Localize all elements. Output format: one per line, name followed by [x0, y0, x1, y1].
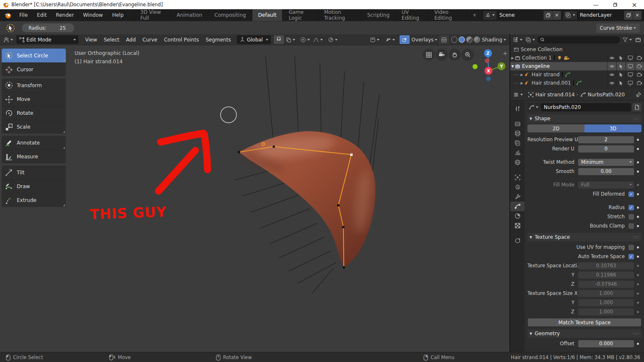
tab-3d-view-full[interactable]: 3D View Full [134, 9, 170, 21]
viewport-visibility-monitor-icon[interactable] [626, 62, 635, 70]
render-layer-delete-button[interactable]: × [633, 11, 641, 20]
animate-dot[interactable] [637, 256, 639, 258]
menu-select[interactable]: Select [100, 37, 122, 43]
minimize-button[interactable]: — [586, 0, 605, 9]
tool-cursor[interactable]: Cursor [2, 62, 66, 76]
menu-curve[interactable]: Curve [139, 37, 161, 43]
texture-location-z-field[interactable]: -0.07946 [578, 281, 634, 288]
panel-drag-dots[interactable]: ∷∷ [633, 235, 639, 240]
scene-delete-button[interactable]: × [552, 11, 561, 20]
expand-arrow-icon[interactable]: ▶ [519, 73, 524, 77]
animate-dot[interactable] [637, 148, 639, 150]
animate-dot[interactable] [637, 292, 639, 295]
tool-tilt[interactable]: Tilt [2, 165, 66, 179]
fill-mode-dropdown[interactable]: Full [578, 181, 634, 189]
tab-view-layer[interactable] [510, 138, 525, 148]
menu-segments[interactable]: Segments [202, 37, 234, 43]
tool-extrude[interactable]: Extrude [2, 193, 66, 207]
radius-checkbox[interactable]: ✓ [628, 205, 634, 210]
smooth-field[interactable]: 0.00 [578, 168, 634, 175]
render-visibility-camera-icon[interactable] [635, 70, 644, 79]
datablock-browse-button[interactable] [527, 103, 540, 111]
animate-dot[interactable] [637, 246, 639, 248]
hide-eye-icon[interactable] [607, 79, 616, 87]
pin-id-button[interactable] [636, 92, 641, 98]
menu-view[interactable]: View [82, 37, 100, 43]
render-u-field[interactable]: 0 [578, 145, 634, 153]
animate-dot[interactable] [637, 343, 639, 345]
falloff-dropdown[interactable] [312, 35, 325, 44]
tab-tool[interactable] [510, 104, 525, 114]
auto-texture-space-checkbox[interactable]: ✓ [628, 254, 634, 259]
expand-arrow-icon[interactable]: ▶ [510, 56, 515, 60]
shading-wireframe-button[interactable] [451, 36, 457, 43]
bounds-clamp-checkbox[interactable] [628, 223, 634, 229]
hide-eye-icon[interactable] [607, 54, 616, 62]
animate-dot[interactable] [637, 311, 639, 313]
tab-compositing[interactable]: Compositing [208, 9, 252, 21]
tab-object-data[interactable] [510, 202, 525, 211]
texture-location-y-field[interactable]: 0.11986 [578, 272, 634, 279]
stretch-checkbox[interactable] [628, 214, 634, 220]
texture-size-x-field[interactable]: 1.000 [578, 290, 634, 297]
hair-strand-mesh[interactable] [237, 131, 375, 267]
gizmos-toggle-button[interactable] [400, 35, 410, 44]
animate-dot[interactable] [637, 193, 639, 195]
tab-texture[interactable] [510, 221, 525, 230]
tab-scripting[interactable]: Scripting [361, 9, 395, 21]
tab-uv-editing[interactable]: UV Editing [395, 9, 428, 21]
texture-size-z-field[interactable]: 1.000 [578, 308, 634, 315]
selectable-arrow-icon[interactable] [616, 79, 626, 87]
hide-eye-icon[interactable] [607, 70, 616, 79]
xray-toggle-button[interactable] [439, 35, 449, 44]
tool-measure[interactable]: Measure [2, 150, 66, 163]
panel-drag-dots[interactable]: ∷∷ [633, 331, 639, 336]
curve-stroke-dropdown[interactable]: Curve Stroke [596, 23, 640, 33]
panel-drag-dots[interactable]: ∷∷ [633, 116, 639, 121]
shading-rendered-button[interactable] [474, 36, 480, 43]
snap-toggle-button[interactable] [274, 35, 284, 44]
shading-dropdown[interactable]: Shading [480, 35, 508, 44]
scene-name[interactable]: Scene [496, 11, 543, 20]
tab-world[interactable] [510, 158, 525, 167]
outliner-row-hair-strand[interactable]: ▶ Hair strand [510, 70, 644, 79]
tool-draw[interactable]: Draw [2, 179, 66, 193]
properties-editor-type-button[interactable] [512, 90, 525, 99]
outliner-row-collection-1[interactable]: ▶ Collection 1 [510, 54, 644, 62]
viewport-canvas[interactable] [0, 45, 509, 352]
view-object-types-dropdown[interactable] [368, 35, 381, 44]
outliner-row-hair-strand-001[interactable]: ▶ Hair strand.001 [510, 79, 644, 87]
scene-browse-button[interactable] [483, 11, 496, 20]
animate-dot[interactable] [637, 171, 639, 173]
tool-transform[interactable]: Transform [2, 78, 66, 92]
resolution-preview-field[interactable]: 2 [578, 136, 634, 143]
menu-edit[interactable]: Edit [32, 9, 51, 21]
render-layer-name[interactable]: RenderLayer [577, 11, 624, 20]
animate-dot[interactable] [637, 161, 639, 163]
expand-arrow-icon[interactable]: ▶ [519, 81, 524, 85]
viewport-visibility-monitor-icon[interactable] [626, 79, 635, 87]
breadcrumb-data[interactable]: NurbsPath.020 [588, 92, 625, 98]
mode-dropdown[interactable]: Edit Mode [16, 35, 78, 44]
menu-help[interactable]: Help [107, 9, 128, 21]
maximize-button[interactable] [605, 0, 625, 9]
render-visibility-camera-icon[interactable] [635, 54, 644, 62]
render-layer-browse-button[interactable] [564, 11, 577, 20]
radius-field[interactable]: Radius: 25 [22, 23, 74, 32]
animate-dot[interactable] [637, 274, 639, 276]
active-tool-icon[interactable] [6, 23, 15, 33]
tab-default[interactable]: Default [252, 9, 283, 21]
animate-dot[interactable] [637, 216, 639, 218]
hide-eye-icon[interactable] [607, 62, 616, 70]
datablock-name-field[interactable]: NurbsPath.020 [541, 103, 631, 111]
offset-field[interactable]: 0.000 [578, 340, 634, 347]
tab-scene[interactable] [510, 148, 525, 158]
orientation-dropdown[interactable]: Global [237, 35, 271, 44]
sidebar-expand-arrow[interactable]: + [503, 50, 508, 57]
curve-point-selected[interactable] [351, 154, 353, 156]
editor-type-button[interactable] [2, 35, 15, 44]
collapse-arrow-icon[interactable]: ▼ [510, 65, 515, 68]
selectable-arrow-icon[interactable] [616, 62, 626, 70]
geometry-panel-header[interactable]: ▼ Geometry ∷∷ [527, 329, 641, 338]
proportional-connected-dropdown[interactable] [326, 35, 339, 44]
